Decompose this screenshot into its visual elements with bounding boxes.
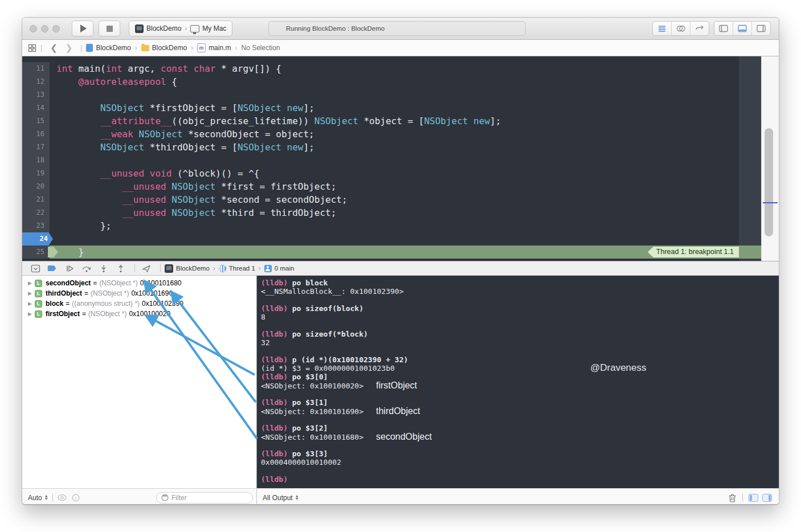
version-editor-icon: [694, 24, 705, 33]
console-view-toggle[interactable]: [762, 494, 772, 502]
lldb-command: po block: [288, 279, 328, 287]
run-button[interactable]: [72, 21, 93, 36]
disclosure-triangle-icon[interactable]: ▶: [28, 301, 35, 306]
trash-icon[interactable]: [728, 493, 737, 502]
code-line[interactable]: 16 __weak NSObject *secondObject = objec…: [22, 128, 762, 141]
inspector-panel-toggle[interactable]: [752, 22, 770, 35]
hide-debug-area-button[interactable]: [28, 263, 43, 273]
code-line[interactable]: 22 __unused NSObject *third = thirdObjec…: [22, 206, 762, 219]
annotation-label: thirdObject: [376, 406, 420, 416]
code-line[interactable]: 20 __unused NSObject *first = firstObjec…: [22, 180, 762, 193]
folder-icon: [141, 45, 149, 51]
code-text: __weak NSObject *secondObject = object;: [50, 128, 314, 141]
variable-row[interactable]: ▶LsecondObject=(NSObject *)0x100101680: [22, 278, 256, 288]
lldb-command: po sizeof(*block): [288, 330, 368, 338]
variable-row[interactable]: ▶LfirstObject=(NSObject *)0x100100020: [22, 309, 256, 319]
code-line[interactable]: 19 __unused void (^block)() = ^{: [22, 167, 762, 180]
variable-scope-selector[interactable]: Auto: [28, 494, 42, 502]
thread-breakpoint-badge[interactable]: Thread 1: breakpoint 1.1: [648, 247, 739, 257]
standard-editor-button[interactable]: [653, 22, 672, 35]
code-line[interactable]: 12 @autoreleasepool {: [22, 75, 762, 88]
related-items-icon[interactable]: [28, 44, 36, 52]
version-editor-button[interactable]: [690, 22, 709, 35]
filter-icon: [161, 494, 169, 501]
variable-value: 0x100102390: [142, 300, 183, 308]
debug-crumb-frame[interactable]: 0 main: [275, 265, 295, 272]
output-scope-selector[interactable]: All Output: [263, 494, 293, 502]
console-line: <NSObject: 0x100101680>secondObject: [261, 432, 779, 441]
stop-button[interactable]: [99, 21, 120, 36]
breadcrumb-group[interactable]: BlockDemo: [152, 44, 187, 52]
toolbar: BlockDemo › My Mac Running BlockDemo : B…: [22, 18, 779, 40]
lldb-command: po $3[0]: [288, 373, 328, 381]
breadcrumb-project[interactable]: BlockDemo: [96, 44, 130, 52]
debug-panel-toggle[interactable]: [733, 22, 752, 35]
code-line[interactable]: 25 }Thread 1: breakpoint 1.1: [22, 245, 762, 259]
code-line[interactable]: 18: [22, 154, 762, 167]
breakpoints-toggle-button[interactable]: [45, 263, 60, 273]
equals-sign: =: [93, 279, 97, 287]
breakpoint-marker[interactable]: 24: [22, 232, 53, 245]
variable-type: ((anonymous struct) *): [72, 300, 140, 308]
zoom-window-button[interactable]: [52, 25, 60, 32]
code-line[interactable]: 17 NSObject *thirdObject = [NSObject new…: [22, 141, 762, 154]
activity-viewer: Running BlockDemo : BlockDemo: [268, 21, 526, 36]
disclosure-triangle-icon[interactable]: ▶: [28, 290, 35, 296]
disclosure-triangle-icon[interactable]: ▶: [28, 311, 35, 317]
lldb-prompt: (lldb): [261, 279, 288, 287]
source-editor[interactable]: 11int main(int argc, const char * argv[]…: [22, 56, 779, 261]
variables-view-toggle[interactable]: [749, 494, 758, 502]
code-pane[interactable]: 11int main(int argc, const char * argv[]…: [22, 56, 762, 261]
simulate-location-button[interactable]: [139, 263, 154, 273]
chevron-updown-icon[interactable]: ▲▼: [44, 495, 48, 501]
lldb-console[interactable]: (lldb) po block<__NSMallocBlock__: 0x100…: [257, 276, 779, 488]
breadcrumb-file[interactable]: main.m: [209, 44, 231, 52]
code-line[interactable]: 24: [22, 232, 762, 245]
activity-status-text: Running BlockDemo : BlockDemo: [286, 25, 385, 32]
debug-crumb-thread[interactable]: Thread 1: [229, 265, 255, 272]
code-line[interactable]: 23 };: [22, 219, 762, 232]
code-line[interactable]: 21 __unused NSObject *second = secondObj…: [22, 193, 762, 206]
line-number: 23: [22, 219, 50, 232]
variable-row[interactable]: ▶Lblock=((anonymous struct) *)0x10010239…: [22, 298, 256, 309]
step-over-button[interactable]: [79, 263, 94, 273]
code-line[interactable]: 11int main(int argc, const char * argv[]…: [22, 62, 762, 75]
variable-name: firstObject: [46, 310, 80, 318]
assistant-editor-button[interactable]: [672, 22, 690, 35]
quicklook-eye-icon[interactable]: [57, 494, 67, 501]
lldb-output: <__NSMallocBlock__: 0x100102390>: [261, 287, 403, 296]
scheme-destination: My Mac: [202, 24, 226, 32]
line-number: 25: [22, 245, 50, 259]
line-number: 21: [22, 193, 50, 206]
variable-name: thirdObject: [46, 289, 82, 297]
lldb-prompt: (lldb): [261, 330, 288, 338]
variable-row[interactable]: ▶LthirdObject=(NSObject *)0x100101690: [22, 288, 256, 298]
breadcrumb-selection[interactable]: No Selection: [241, 44, 280, 52]
scrollbar-thumb[interactable]: [765, 128, 773, 236]
code-text: };: [50, 219, 111, 232]
variables-filter-field[interactable]: Filter: [156, 492, 253, 504]
navigator-panel-toggle[interactable]: [714, 22, 733, 35]
local-variable-icon: L: [35, 290, 42, 297]
panel-toggle-segment: [714, 21, 771, 36]
code-line[interactable]: 15 __attribute__((objc_precise_lifetime)…: [22, 114, 762, 128]
variables-view[interactable]: ▶LsecondObject=(NSObject *)0x100101680▶L…: [22, 276, 257, 488]
console-line: [261, 296, 779, 304]
minimize-window-button[interactable]: [41, 25, 48, 32]
editor-scrollbar[interactable]: [761, 56, 779, 261]
code-text: @autoreleasepool {: [50, 75, 177, 88]
back-button[interactable]: ❮: [46, 43, 62, 53]
close-window-button[interactable]: [30, 25, 37, 32]
code-line[interactable]: 14 NSObject *firstObject = [NSObject new…: [22, 101, 762, 114]
info-icon[interactable]: i: [72, 494, 80, 502]
debug-crumb-process[interactable]: BlockDemo: [176, 265, 210, 272]
disclosure-triangle-icon[interactable]: ▶: [28, 280, 35, 286]
code-line[interactable]: 13: [22, 88, 762, 101]
step-out-button[interactable]: [113, 263, 128, 273]
stack-frame-icon: [264, 265, 272, 272]
step-into-button[interactable]: [96, 263, 111, 273]
continue-button[interactable]: [62, 263, 77, 273]
chevron-updown-icon[interactable]: ▲▼: [295, 495, 299, 501]
forward-button[interactable]: ❯: [62, 43, 77, 53]
scheme-selector[interactable]: BlockDemo › My Mac: [129, 21, 232, 36]
